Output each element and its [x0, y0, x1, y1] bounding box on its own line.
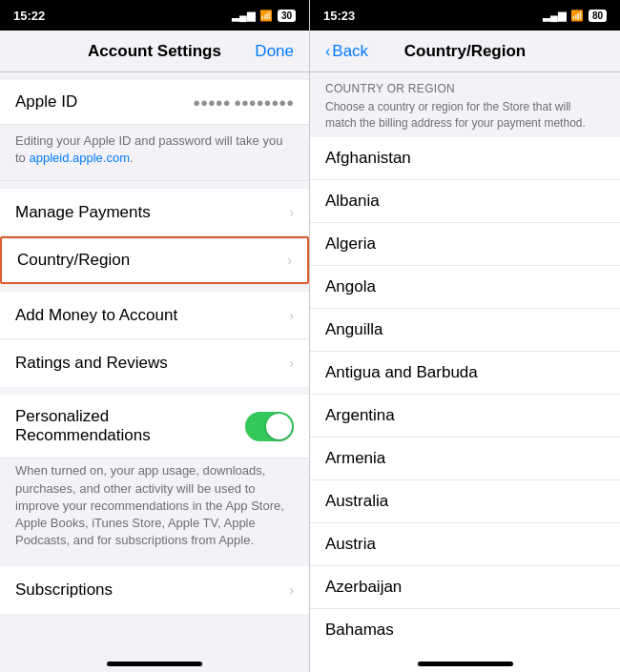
status-icons-right: ▂▄▆ 📶 80: [543, 10, 607, 22]
nav-bar-left: Account Settings Done: [0, 31, 309, 72]
time-left: 15:22: [13, 9, 45, 23]
spacer4: [0, 559, 309, 566]
spacer3: [0, 387, 309, 395]
chevron-right-icon: ›: [289, 205, 294, 220]
country-item-bahamas[interactable]: Bahamas: [310, 609, 620, 645]
manage-payments-item[interactable]: Manage Payments ›: [0, 189, 309, 236]
ratings-reviews-item[interactable]: Ratings and Reviews ›: [0, 339, 309, 387]
country-region-item[interactable]: Country/Region ›: [0, 236, 309, 284]
chevron-right-icon-3: ›: [289, 308, 294, 323]
status-icons-left: ▂▄▆ 📶 30: [232, 10, 296, 22]
signal-icon-left: ▂▄▆: [232, 10, 255, 22]
home-bar-left: [107, 662, 202, 666]
country-section-desc: Choose a country or region for the Store…: [325, 99, 605, 132]
personalized-label: Personalized Recommendations: [15, 407, 245, 445]
personalized-desc: When turned on, your app usage, download…: [0, 458, 309, 559]
menu-section-2: Add Money to Account › Ratings and Revie…: [0, 292, 309, 387]
settings-content: Apple ID ●●●●● ●●●●●●●● Editing your App…: [0, 72, 309, 645]
home-indicator-left: [0, 645, 309, 672]
chevron-right-icon-4: ›: [289, 356, 294, 371]
home-bar-right: [418, 662, 513, 666]
country-item-algeria[interactable]: Algeria: [310, 223, 620, 266]
country-item-azerbaijan[interactable]: Azerbaijan: [310, 566, 620, 609]
signal-icon-right: ▂▄▆: [543, 10, 566, 22]
done-button[interactable]: Done: [255, 42, 294, 61]
menu-section: Manage Payments › Country/Region ›: [0, 189, 309, 284]
personalized-desc-text: When turned on, your app usage, download…: [15, 462, 294, 549]
chevron-right-icon-5: ›: [289, 582, 294, 598]
wifi-icon-right: 📶: [570, 10, 584, 22]
back-button[interactable]: ‹ Back: [325, 42, 368, 61]
left-panel: 15:22 ▂▄▆ 📶 30 Account Settings Done App…: [0, 0, 310, 672]
country-item-albania[interactable]: Albania: [310, 180, 620, 223]
apple-id-link[interactable]: appleid.apple.com: [29, 151, 130, 165]
spacer1: [0, 181, 309, 189]
subscriptions-label: Subscriptions: [15, 580, 113, 600]
apple-id-email: ●●●●● ●●●●●●●●: [193, 95, 294, 110]
country-list: Afghanistan Albania Algeria Angola Angui…: [310, 137, 620, 645]
subscriptions-section: Subscriptions ›: [0, 566, 309, 614]
home-indicator-right: [310, 645, 620, 672]
right-nav-title: Country/Region: [404, 42, 527, 61]
country-item-anguilla[interactable]: Anguilla: [310, 309, 620, 352]
apple-id-section: Apple ID ●●●●● ●●●●●●●●: [0, 80, 309, 125]
status-bar-right: 15:23 ▂▄▆ 📶 80: [310, 0, 620, 31]
country-section-header: COUNTRY OR REGION Choose a country or re…: [310, 72, 620, 137]
description-text: Editing your Apple ID and password will …: [15, 132, 294, 167]
subscriptions-item[interactable]: Subscriptions ›: [0, 566, 309, 614]
apple-id-row[interactable]: Apple ID ●●●●● ●●●●●●●●: [15, 92, 294, 112]
battery-left: 30: [278, 10, 296, 22]
wifi-icon-left: 📶: [259, 10, 273, 22]
country-item-argentina[interactable]: Argentina: [310, 395, 620, 438]
country-item-antigua[interactable]: Antigua and Barbuda: [310, 352, 620, 395]
country-region-label: Country/Region: [17, 251, 130, 270]
right-nav: ‹ Back Country/Region: [310, 31, 620, 72]
country-item-australia[interactable]: Australia: [310, 480, 620, 523]
country-item-angola[interactable]: Angola: [310, 266, 620, 309]
manage-payments-label: Manage Payments: [15, 203, 151, 222]
ratings-reviews-label: Ratings and Reviews: [15, 354, 168, 373]
battery-right: 80: [589, 10, 607, 22]
personalized-item[interactable]: Personalized Recommendations: [0, 395, 309, 458]
status-bar-left: 15:22 ▂▄▆ 📶 30: [0, 0, 309, 31]
toggle-knob: [266, 414, 292, 439]
add-money-label: Add Money to Account: [15, 306, 177, 325]
chevron-right-icon-2: ›: [287, 253, 292, 268]
back-label: Back: [332, 42, 368, 61]
country-section-title: COUNTRY OR REGION: [325, 82, 605, 95]
country-item-austria[interactable]: Austria: [310, 523, 620, 566]
time-right: 15:23: [323, 9, 355, 23]
nav-title-left: Account Settings: [88, 42, 221, 61]
spacer2: [0, 284, 309, 292]
back-chevron-icon: ‹: [325, 43, 330, 60]
right-panel: 15:23 ▂▄▆ 📶 80 ‹ Back Country/Region COU…: [310, 0, 620, 672]
country-item-armenia[interactable]: Armenia: [310, 438, 620, 480]
personalized-toggle[interactable]: [245, 412, 294, 441]
add-money-item[interactable]: Add Money to Account ›: [0, 292, 309, 339]
description-section: Editing your Apple ID and password will …: [0, 125, 309, 181]
country-item-afghanistan[interactable]: Afghanistan: [310, 137, 620, 180]
apple-id-label: Apple ID: [15, 92, 77, 112]
